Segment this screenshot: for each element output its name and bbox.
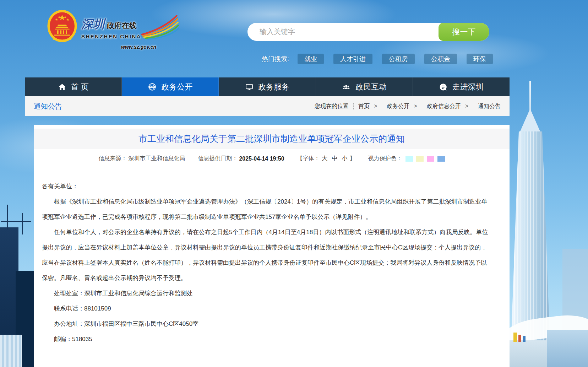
hot-search-tag-environment[interactable]: 环保 [467, 54, 493, 64]
article-body: 各有关单位： 根据《深圳市工业和信息化局市级制造业单项冠军企业遴选管理办法》（深… [34, 162, 510, 347]
breadcrumb-divider [422, 103, 422, 109]
breadcrumb-divider [353, 103, 354, 109]
article-detail-department: 处理处室：深圳市工业和信息化局综合运行和监测处 [42, 286, 493, 301]
site-logo-text: 深圳政府在线 SHENZHEN CHINA www.sz.gov.cn [81, 16, 175, 53]
breadcrumb-link-gov-disclosure[interactable]: 政务公开 [387, 103, 409, 110]
breadcrumb-link-gov-info[interactable]: 政府信息公开 [427, 103, 461, 110]
chat-bubble-icon [439, 83, 447, 91]
eye-protect-swatch-yellow[interactable] [416, 156, 424, 162]
nav-item-label: 政民互动 [355, 82, 387, 92]
font-size-control: 【字体： 大 中 小 】 [297, 155, 355, 162]
meta-source-label: 信息来源： [98, 155, 127, 162]
color-block-decoration [513, 333, 517, 342]
crane-decoration [22, 213, 23, 234]
breadcrumb-location-label: 您现在的位置 [315, 103, 349, 110]
nav-item-about-shenzhen[interactable]: 走进深圳 [413, 77, 510, 96]
article-detail-postcode: 邮编：518035 [42, 331, 493, 347]
meta-date: 信息提供日期： 2025-04-14 19:50 [198, 155, 284, 162]
article-detail-address: 办公地址：深圳市福田区福中三路市民中心C区4050室 [42, 316, 493, 331]
font-size-small-button[interactable]: 小 [342, 155, 348, 162]
section-title: 通知公告 [34, 102, 62, 111]
font-size-label-open: 【字体： [297, 155, 320, 162]
skyline-glass-right [547, 330, 588, 367]
article-paragraph: 根据《深圳市工业和信息化局市级制造业单项冠军企业遴选管理办法》（深工信规〔202… [42, 194, 493, 225]
skyline-wall-left [0, 335, 22, 367]
pingan-tower [511, 131, 550, 345]
hot-search-label: 热门搜索: [262, 55, 289, 63]
article-card: 市工业和信息化局关于第二批深圳市制造业单项冠军企业公示的通知 信息来源： 深圳市… [34, 125, 510, 367]
site-logo[interactable]: 深圳政府在线 SHENZHEN CHINA www.sz.gov.cn [47, 9, 175, 53]
hot-search-tag-public-housing[interactable]: 公租房 [382, 54, 415, 64]
article-salutation: 各有关单位： [42, 179, 493, 194]
breadcrumb-separator: > [414, 103, 417, 109]
hot-search-tag-provident-fund[interactable]: 公积金 [424, 54, 457, 64]
breadcrumb-separator: > [465, 103, 468, 109]
news-globe-icon: NEWS [148, 82, 157, 91]
pingan-tower-crown [519, 109, 541, 133]
skyline-antenna [7, 205, 8, 230]
color-block-decoration [523, 336, 526, 342]
eye-protect-swatch-blue[interactable] [437, 156, 445, 162]
breadcrumb-divider [473, 103, 473, 109]
monitor-icon [245, 83, 254, 91]
font-size-medium-button[interactable]: 中 [332, 155, 338, 162]
nav-item-label: 政务服务 [258, 82, 289, 92]
font-size-large-button[interactable]: 大 [322, 155, 328, 162]
nav-item-gov-disclosure[interactable]: NEWS 政务公开 [122, 77, 219, 96]
china-national-emblem-icon [47, 9, 77, 53]
breadcrumb-bar: 通知公告 您现在的位置 首页 > 政务公开 > 政府信息公开 > 通知公告 [25, 96, 510, 116]
meta-date-value: 2025-04-14 19:50 [239, 156, 284, 162]
search-bar: 搜一下 [247, 23, 489, 41]
hot-search-tag-employment[interactable]: 就业 [298, 54, 324, 64]
article-meta: 信息来源： 深圳市工业和信息化局 信息提供日期： 2025-04-14 19:5… [34, 155, 510, 162]
eye-protect-control: 视力保护色： [368, 155, 445, 162]
nav-item-label: 政务公开 [161, 82, 192, 92]
page-title: 市工业和信息化局关于第二批深圳市制造业单项冠军企业公示的通知 [138, 133, 405, 145]
hot-search-tag-talent[interactable]: 人才引进 [333, 54, 372, 64]
hot-search-row: 热门搜索: 就业 人才引进 公租房 公积金 环保 [262, 54, 502, 64]
nav-item-home[interactable]: 首 页 [25, 77, 122, 96]
site-url: www.sz.gov.cn [121, 44, 156, 50]
crane-decoration [1, 221, 31, 222]
site-name-cn: 政府在线 [107, 21, 137, 29]
article-title-band: 市工业和信息化局关于第二批深圳市制造业单项冠军企业公示的通知 [34, 129, 510, 149]
breadcrumb-link-home[interactable]: 首页 [358, 103, 370, 110]
eye-protect-label: 视力保护色： [368, 155, 402, 162]
nav-item-label: 首 页 [71, 82, 89, 92]
eye-protect-swatch-cyan[interactable] [405, 156, 413, 162]
svg-text:NEWS: NEWS [150, 86, 155, 88]
main-nav: 首 页 NEWS 政务公开 政务服务 [25, 77, 510, 96]
site-name-script: 深圳 [81, 18, 105, 31]
nav-item-label: 走进深圳 [452, 82, 483, 92]
eye-protect-swatch-pink[interactable] [427, 156, 434, 162]
breadcrumb-separator: > [374, 103, 377, 109]
meta-source-value: 深圳市工业和信息化局 [128, 155, 185, 162]
color-block-decoration [518, 335, 521, 342]
breadcrumb: 您现在的位置 首页 > 政务公开 > 政府信息公开 > 通知公告 [315, 103, 501, 110]
home-icon [58, 83, 66, 91]
breadcrumb-current: 通知公告 [478, 103, 501, 110]
users-icon [342, 82, 351, 92]
pingan-tower-spire [529, 81, 531, 112]
search-button[interactable]: 搜一下 [439, 23, 489, 41]
nav-item-gov-services[interactable]: 政务服务 [219, 77, 316, 96]
rainbow-swoosh-icon [134, 11, 179, 45]
article-paragraph: 任何单位和个人，对公示的企业名单持有异议的，请在公布之日起5个工作日内（4月14… [42, 225, 493, 286]
article-detail-phone: 联系电话：88101509 [42, 301, 493, 316]
breadcrumb-divider [382, 103, 382, 109]
font-size-label-close: 】 [350, 155, 355, 162]
meta-source: 信息来源： 深圳市工业和信息化局 [98, 155, 185, 162]
nav-item-public-interaction[interactable]: 政民互动 [316, 77, 413, 96]
page-header: 深圳政府在线 SHENZHEN CHINA www.sz.gov.cn 搜一下 … [0, 0, 588, 77]
meta-date-label: 信息提供日期： [198, 155, 238, 162]
